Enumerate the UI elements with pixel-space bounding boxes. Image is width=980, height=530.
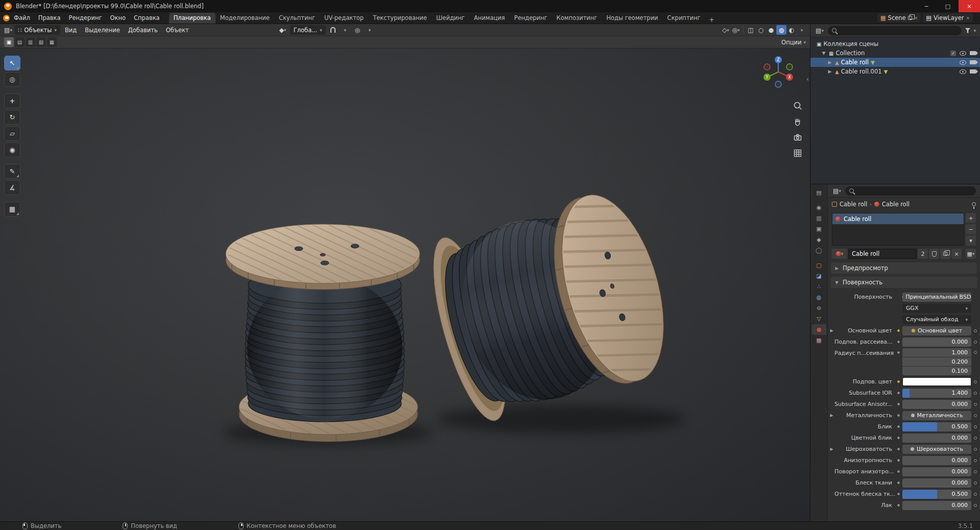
expand-arrow-icon[interactable]: ▶: [827, 60, 833, 65]
tab-modeling[interactable]: Моделирование: [216, 13, 274, 23]
proportional-editing-toggle[interactable]: ◎: [352, 25, 363, 35]
xray-toggle[interactable]: ◫: [746, 25, 756, 35]
sheen-slider[interactable]: 0.000: [902, 478, 971, 488]
navigation-gizmo[interactable]: Z X Y: [760, 54, 797, 90]
menu-render[interactable]: Рендеринг: [65, 14, 106, 21]
ptab-output-icon[interactable]: ▥: [812, 213, 826, 224]
shading-dropdown[interactable]: ▾: [797, 25, 807, 35]
material-name-field[interactable]: Cable roll: [848, 249, 917, 259]
snap-toggle[interactable]: [328, 25, 338, 35]
menu-select[interactable]: Выделение: [81, 27, 124, 34]
specular-slider[interactable]: 0.500: [902, 422, 971, 431]
fake-user-button[interactable]: [929, 249, 939, 259]
blender-menu-icon[interactable]: [3, 15, 10, 21]
ptab-texture-icon[interactable]: ▦: [812, 335, 826, 346]
tool-annotate[interactable]: ✎: [4, 164, 20, 179]
select-mode-extend-icon[interactable]: ▤: [15, 37, 25, 47]
gizmos-toggle[interactable]: ◇▾: [721, 25, 731, 35]
tool-cursor[interactable]: ◎: [4, 72, 20, 87]
tab-scripting[interactable]: Скриптинг: [663, 13, 705, 23]
specular-tint-slider[interactable]: 0.000: [902, 433, 971, 443]
panel-preview[interactable]: ▶Предпросмотр: [831, 262, 977, 274]
scene-selector[interactable]: ▦ Scene ×: [877, 13, 921, 22]
tab-rendering[interactable]: Рендеринг: [510, 13, 552, 23]
ptab-world-icon[interactable]: ◯: [812, 245, 826, 256]
menu-help[interactable]: Справка: [130, 14, 164, 21]
select-mode-invert-icon[interactable]: ▧: [36, 37, 46, 47]
add-workspace-button[interactable]: +: [705, 16, 719, 23]
viewlayer-selector[interactable]: ▤ ViewLayer ×: [923, 13, 973, 22]
outliner-search-input[interactable]: [828, 26, 962, 35]
anisotropic-rotation-slider[interactable]: 0.000: [902, 467, 971, 476]
roughness-node-button[interactable]: Шероховатость: [902, 445, 971, 454]
ptab-particles-icon[interactable]: ∴: [812, 281, 826, 292]
snap-dropdown[interactable]: ▾: [340, 25, 350, 35]
animate-dot[interactable]: [974, 403, 977, 406]
users-count-button[interactable]: 2: [918, 249, 928, 259]
shading-wireframe-icon[interactable]: ○: [756, 25, 766, 35]
mode-dropdown[interactable]: ∷ Объекты ▾: [14, 25, 60, 35]
remove-viewlayer-icon[interactable]: ×: [966, 15, 970, 20]
subsurface-method-dropdown[interactable]: Случайный обход▾: [902, 315, 971, 324]
browse-material-button[interactable]: ▾: [832, 249, 847, 259]
overlays-toggle[interactable]: ◎▾: [731, 25, 741, 35]
pivot-point-dropdown[interactable]: ◆▾: [278, 25, 288, 35]
animate-dot[interactable]: [974, 448, 977, 451]
subsurface-radius-fields[interactable]: 1.000 0.200 0.100: [902, 348, 971, 375]
tool-add-cube[interactable]: ▦: [4, 202, 20, 216]
slot-specials-button[interactable]: ▾: [966, 235, 976, 246]
distribution-dropdown[interactable]: GGX▾: [902, 304, 971, 313]
ptab-render-icon[interactable]: ◉: [812, 202, 826, 213]
shading-rendered-icon[interactable]: ◐: [786, 25, 797, 35]
select-mode-new-icon[interactable]: ▣: [4, 37, 14, 47]
sidebar-expand-arrow[interactable]: ‹: [806, 75, 809, 83]
tab-geometry-nodes[interactable]: Ноды геометрии: [602, 13, 662, 23]
subsurface-color-swatch[interactable]: [902, 377, 971, 386]
ptab-constraints-icon[interactable]: ⊖: [812, 303, 826, 314]
panel-surface[interactable]: ▼Поверхность: [831, 277, 977, 288]
ptab-physics-icon[interactable]: ◍: [812, 292, 826, 303]
animate-dot[interactable]: [974, 425, 977, 428]
new-material-button[interactable]: [940, 249, 950, 259]
tool-move[interactable]: +: [4, 93, 20, 108]
animate-dot[interactable]: [974, 459, 977, 462]
collection-checkbox[interactable]: ✓: [950, 51, 956, 56]
menu-window[interactable]: Окно: [106, 14, 130, 21]
maximize-button[interactable]: □: [937, 0, 959, 12]
outliner-row-collection[interactable]: ▼ ▦ Collection ✓: [810, 49, 980, 58]
tool-rotate[interactable]: ↻: [4, 110, 20, 125]
select-mode-intersect-icon[interactable]: ▦: [47, 37, 57, 47]
subsurface-anisotropy-slider[interactable]: 0.000: [902, 400, 971, 409]
menu-view[interactable]: Вид: [61, 27, 80, 34]
anisotropic-slider[interactable]: 0.000: [902, 456, 971, 465]
menu-file[interactable]: Файл: [10, 14, 34, 21]
expand-icon[interactable]: ▶: [829, 328, 834, 333]
animate-dot[interactable]: [974, 414, 977, 417]
animate-dot[interactable]: [974, 329, 977, 332]
tab-texture-paint[interactable]: Текстурирование: [368, 13, 432, 23]
menu-object[interactable]: Объект: [162, 27, 193, 34]
tab-shading[interactable]: Шейдинг: [432, 13, 469, 23]
outliner-editor-type-icon[interactable]: ▤▾: [815, 26, 825, 35]
3d-scene[interactable]: [0, 49, 810, 521]
animate-dot[interactable]: [974, 351, 977, 354]
animate-dot[interactable]: [974, 481, 977, 485]
tab-uv[interactable]: UV-редактор: [320, 13, 368, 23]
subsurface-slider[interactable]: 0.000: [902, 338, 971, 347]
hide-eye-icon[interactable]: [960, 51, 966, 56]
tab-compositing[interactable]: Композитинг: [552, 13, 602, 23]
base-color-node-button[interactable]: Основной цвет: [902, 326, 971, 335]
hide-eye-icon[interactable]: [960, 60, 966, 65]
tool-scale[interactable]: ▱: [4, 126, 20, 141]
render-visibility-icon[interactable]: [970, 51, 976, 55]
pin-icon[interactable]: [972, 202, 976, 206]
proportional-falloff-dropdown[interactable]: ▾: [365, 25, 375, 35]
animate-dot[interactable]: [974, 341, 977, 344]
menu-add[interactable]: Добавить: [125, 27, 161, 34]
surface-shader-button[interactable]: Принципиальный BSDF: [902, 293, 971, 302]
new-scene-icon[interactable]: [908, 16, 912, 20]
unlink-scene-icon[interactable]: ×: [914, 15, 918, 20]
ortho-grid-icon[interactable]: [793, 148, 803, 158]
close-button[interactable]: ×: [959, 0, 980, 12]
outliner-row-cable-roll-001[interactable]: ▶ ▲ Cable roll.001 ▼: [810, 67, 980, 76]
